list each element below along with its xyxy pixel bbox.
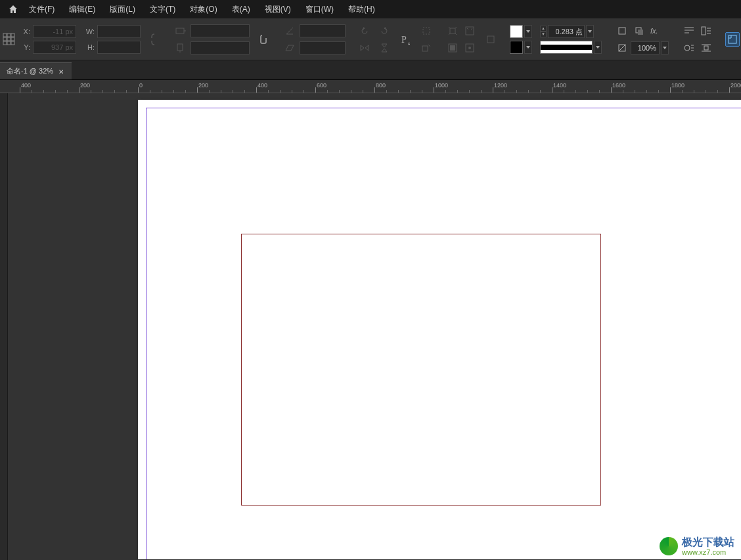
flip-vertical-icon[interactable]: [377, 41, 392, 55]
y-input[interactable]: 937 px: [33, 41, 76, 54]
tab-close-icon[interactable]: ✕: [58, 68, 65, 75]
auto-fit-icon[interactable]: [483, 32, 498, 47]
menu-view[interactable]: 视图(V): [258, 1, 298, 18]
menu-window[interactable]: 窗口(W): [299, 1, 340, 18]
svg-rect-20: [487, 36, 494, 43]
scale-x-input[interactable]: [191, 24, 250, 37]
w-input[interactable]: [97, 25, 141, 38]
svg-rect-13: [422, 46, 428, 51]
svg-rect-29: [729, 35, 736, 43]
text-wrap-bound-icon[interactable]: [699, 24, 713, 38]
select-container-icon[interactable]: [419, 24, 434, 38]
svg-rect-4: [7, 37, 11, 41]
svg-point-19: [468, 47, 471, 49]
vertical-ruler[interactable]: [0, 93, 8, 560]
watermark: 极光下载站 www.xz7.com: [660, 536, 734, 556]
svg-text:P: P: [401, 35, 407, 45]
x-input[interactable]: -11 px: [33, 25, 76, 38]
options-bar: X: -11 px Y: 937 px W: H:: [0, 18, 741, 60]
corner-options-icon[interactable]: [725, 32, 740, 47]
tab-title: 命名-1 @ 32%: [7, 66, 53, 76]
svg-rect-15: [466, 27, 474, 35]
fx-icon[interactable]: fx.: [649, 24, 663, 38]
svg-rect-23: [638, 30, 643, 35]
wh-coords: W: H:: [80, 18, 145, 60]
opacity-input[interactable]: 100%: [631, 41, 660, 54]
svg-text:fx.: fx.: [650, 27, 658, 35]
svg-rect-0: [3, 33, 7, 37]
svg-rect-8: [11, 41, 14, 45]
stroke-weight-spinner[interactable]: ▲▼: [540, 26, 547, 37]
scale-y-icon[interactable]: [173, 41, 188, 55]
fill-dropdown[interactable]: [524, 25, 532, 38]
scale-y-input[interactable]: [191, 41, 250, 54]
h-input[interactable]: [97, 41, 141, 54]
menu-edit[interactable]: 编辑(E): [62, 1, 102, 18]
svg-point-27: [685, 45, 690, 51]
svg-rect-10: [177, 44, 183, 51]
shear-input[interactable]: [300, 41, 346, 54]
select-content-icon[interactable]: [419, 41, 434, 55]
fill-swatch[interactable]: [510, 25, 523, 38]
scale-x-icon[interactable]: [173, 24, 188, 38]
paragraph-icon[interactable]: P: [397, 31, 414, 48]
menu-type[interactable]: 文字(T): [143, 1, 182, 18]
document-tab-bar: 命名-1 @ 32% ✕: [0, 60, 741, 80]
stroke-weight-dropdown[interactable]: [586, 25, 594, 38]
svg-rect-12: [423, 28, 430, 34]
svg-rect-5: [11, 37, 14, 41]
reference-point-grid[interactable]: [0, 18, 16, 60]
svg-rect-3: [3, 37, 7, 41]
svg-rect-28: [704, 46, 708, 50]
stroke-weight-input[interactable]: 0.283 点: [548, 25, 585, 38]
rotate-input[interactable]: [300, 24, 346, 37]
text-wrap-shape-icon[interactable]: [682, 41, 696, 55]
x-label: X:: [20, 28, 30, 35]
drop-shadow-icon[interactable]: [632, 24, 646, 38]
xy-coords: X: -11 px Y: 937 px: [16, 18, 80, 60]
svg-rect-2: [11, 33, 14, 37]
stroke-dropdown[interactable]: [524, 41, 532, 54]
menu-bar: 文件(F) 编辑(E) 版面(L) 文字(T) 对象(O) 表(A) 视图(V)…: [0, 0, 741, 18]
menu-table[interactable]: 表(A): [225, 1, 257, 18]
opacity-dropdown[interactable]: [661, 41, 669, 54]
watermark-url: www.xz7.com: [682, 548, 734, 556]
rotate-ccw-icon[interactable]: [357, 24, 372, 38]
opacity-icon[interactable]: [615, 41, 629, 55]
stroke-style-dropdown[interactable]: [594, 41, 602, 54]
center-content-icon[interactable]: [462, 41, 477, 55]
svg-rect-9: [176, 28, 184, 33]
watermark-title: 极光下载站: [682, 536, 734, 548]
watermark-logo-icon: [660, 537, 678, 555]
svg-rect-21: [619, 28, 625, 34]
rotate-cw-icon[interactable]: [377, 24, 392, 38]
y-label: Y:: [20, 43, 30, 51]
svg-rect-17: [450, 45, 455, 51]
menu-help[interactable]: 帮助(H): [342, 1, 382, 18]
document-tab[interactable]: 命名-1 @ 32% ✕: [0, 62, 72, 79]
svg-rect-1: [7, 33, 11, 37]
horizontal-ruler[interactable]: 4002000200400600800100012001400160018002…: [0, 80, 741, 93]
svg-rect-26: [702, 27, 706, 35]
w-label: W:: [84, 28, 95, 35]
stroke-swatch[interactable]: [510, 41, 523, 54]
menu-layout[interactable]: 版面(L): [103, 1, 142, 18]
rotate-angle-icon[interactable]: [282, 24, 297, 38]
fill-frame-icon[interactable]: [445, 41, 460, 55]
constrain-proportions-icon[interactable]: [147, 32, 162, 47]
fit-content-icon[interactable]: [445, 24, 460, 38]
home-icon[interactable]: [5, 1, 21, 17]
text-wrap-jump-icon[interactable]: [699, 41, 713, 55]
menu-object[interactable]: 对象(O): [183, 1, 223, 18]
flip-horizontal-icon[interactable]: [357, 41, 372, 55]
svg-rect-7: [7, 41, 11, 45]
content-frame[interactable]: [241, 234, 601, 506]
text-wrap-icon[interactable]: [682, 24, 696, 38]
fit-frame-icon[interactable]: [462, 24, 477, 38]
clip-icon[interactable]: [256, 32, 271, 47]
shear-icon[interactable]: [282, 41, 297, 55]
stroke-style-preview[interactable]: [540, 41, 593, 54]
corner-icon[interactable]: [615, 24, 629, 38]
h-label: H:: [84, 43, 95, 51]
menu-file[interactable]: 文件(F): [22, 1, 61, 18]
